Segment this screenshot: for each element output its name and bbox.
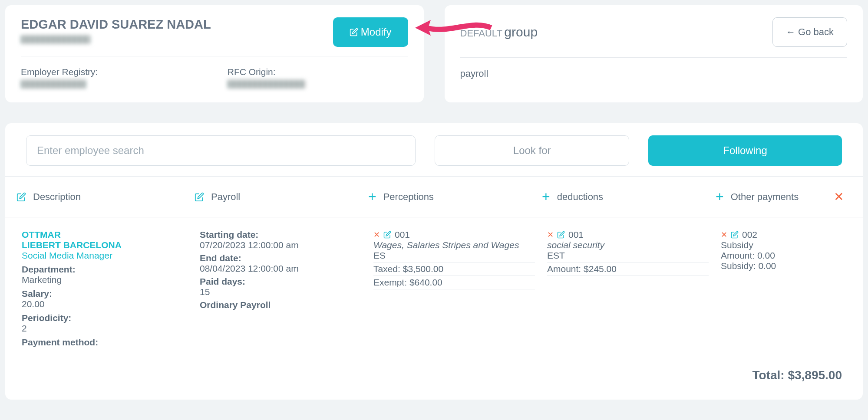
employee-search-input[interactable] [26, 135, 416, 166]
plus-icon[interactable]: + [368, 189, 376, 205]
divider [460, 57, 848, 58]
other-amount: Amount: 0.00 [721, 250, 851, 261]
svg-marker-0 [415, 20, 431, 36]
redacted-text [228, 80, 306, 89]
modify-button[interactable]: Modify [333, 17, 408, 47]
perception-taxed: Taxed: $3,500.00 [373, 264, 535, 276]
header-other-payments: Other payments [731, 191, 799, 203]
paid-days-label: Paid days: [200, 276, 361, 287]
end-date-value: 08/04/2023 12:00:00 am [200, 263, 361, 274]
group-word: group [504, 25, 538, 39]
following-button[interactable]: Following [648, 135, 842, 166]
redacted-text [21, 35, 90, 44]
employee-link[interactable]: OTTMAR LIEBERT BARCELONA [22, 230, 188, 250]
look-for-button[interactable]: Look for [435, 135, 629, 166]
edit-icon[interactable] [195, 192, 204, 202]
total-label: Total: [752, 368, 785, 382]
total-value: $3,895.00 [788, 368, 842, 382]
perception-es: ES [373, 250, 535, 262]
periodicity-label: Periodicity: [22, 313, 71, 323]
delete-icon[interactable]: ✕ [373, 230, 380, 240]
perception-exempt: Exempt: $640.00 [373, 277, 535, 289]
rfc-origin-label: RFC Origin: [228, 67, 408, 77]
default-label: DEFAULT [460, 28, 502, 39]
plus-icon[interactable]: + [542, 189, 550, 205]
deduction-desc: social security [547, 240, 709, 250]
edit-icon[interactable] [731, 231, 739, 239]
header-deductions: deductions [557, 191, 603, 203]
main-panel: Look for Following Description Payroll +… [5, 123, 863, 400]
divider [21, 56, 408, 56]
plus-icon[interactable]: + [716, 189, 724, 205]
header-perceptions: Perceptions [383, 191, 434, 203]
payroll-label: payroll [460, 68, 848, 79]
department-value: Marketing [22, 275, 188, 285]
edit-icon [350, 28, 358, 36]
other-code: 002 [742, 230, 757, 240]
redacted-text [21, 80, 86, 89]
perception-desc: Wages, Salaries Stripes and Wages [373, 240, 535, 250]
payment-method-label: Payment method: [22, 337, 98, 347]
perception-code: 001 [395, 230, 410, 240]
employer-registry-label: Employer Registry: [21, 67, 201, 77]
other-subsidy: Subsidy: 0.00 [721, 261, 851, 271]
other-desc: Subsidy [721, 240, 851, 250]
edit-icon[interactable] [17, 192, 26, 202]
deduction-amount: Amount: $245.00 [547, 264, 709, 276]
department-label: Department: [22, 264, 76, 274]
payroll-type: Ordinary Payroll [200, 300, 361, 310]
deduction-est: EST [547, 250, 709, 262]
header-payroll: Payroll [211, 191, 240, 203]
periodicity-value: 2 [22, 323, 188, 334]
modify-label: Modify [361, 26, 392, 38]
employee-card: EDGAR DAVID SUAREZ NADAL Modify Employer… [5, 5, 424, 102]
table-row: OTTMAR LIEBERT BARCELONA Social Media Ma… [5, 217, 863, 356]
group-card: DEFAULT group ← Go back payroll [445, 5, 863, 102]
start-date-value: 07/20/2023 12:00:00 am [200, 240, 361, 250]
edit-icon[interactable] [383, 231, 391, 239]
go-back-label: Go back [798, 26, 834, 38]
close-icon[interactable]: ✕ [834, 190, 844, 204]
delete-icon[interactable]: ✕ [547, 230, 554, 240]
column-headers: Description Payroll + Perceptions + dedu… [5, 176, 863, 217]
paid-days-value: 15 [200, 287, 361, 297]
delete-icon[interactable]: ✕ [721, 230, 727, 240]
start-date-label: Starting date: [200, 230, 361, 240]
arrow-left-icon: ← [786, 26, 795, 38]
salary-value: 20.00 [22, 299, 188, 309]
end-date-label: End date: [200, 253, 361, 263]
go-back-button[interactable]: ← Go back [772, 17, 847, 47]
edit-icon[interactable] [557, 231, 565, 239]
salary-label: Salary: [22, 289, 52, 299]
header-description: Description [33, 191, 81, 203]
total-row: Total: $3,895.00 [5, 356, 863, 387]
employee-role[interactable]: Social Media Manager [22, 250, 188, 261]
deduction-code: 001 [568, 230, 584, 240]
